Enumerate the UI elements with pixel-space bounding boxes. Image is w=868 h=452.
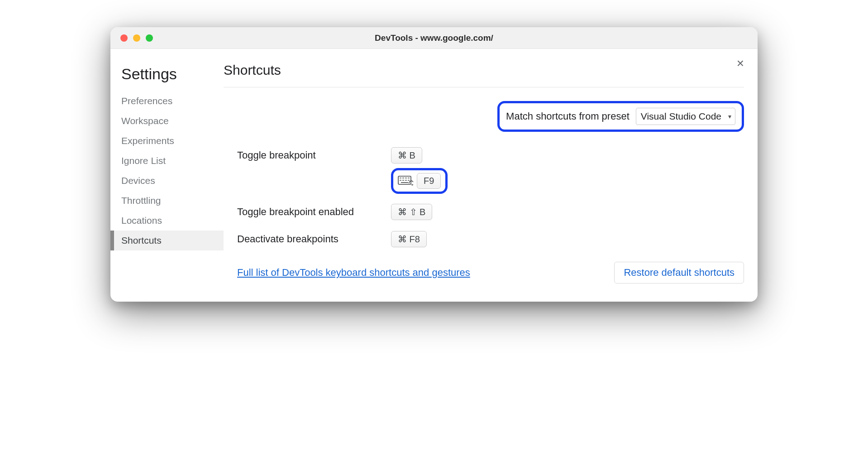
kbd-cmd-b: ⌘ B: [391, 147, 422, 163]
shortcut-label: Toggle breakpoint: [237, 149, 391, 161]
preset-label: Match shortcuts from preset: [506, 111, 630, 122]
shortcut-row-toggle-breakpoint-extra: F9: [237, 168, 744, 194]
keyboard-reset-icon: [398, 175, 413, 187]
sidebar-item-ignore-list[interactable]: Ignore List: [110, 151, 224, 171]
kbd-cmd-shift-b: ⌘ ⇧ B: [391, 204, 432, 220]
kbd-cmd-f8: ⌘ F8: [391, 231, 427, 247]
full-shortcuts-link[interactable]: Full list of DevTools keyboard shortcuts…: [237, 267, 470, 279]
shortcuts-list: Toggle breakpoint ⌘ B: [224, 145, 744, 284]
close-icon[interactable]: ×: [737, 57, 744, 70]
preset-select-value: Visual Studio Code: [641, 111, 721, 122]
shortcut-row-toggle-breakpoint: Toggle breakpoint ⌘ B: [237, 145, 744, 165]
sidebar-item-workspace[interactable]: Workspace: [110, 111, 224, 131]
shortcut-row-deactivate-breakpoints: Deactivate breakpoints ⌘ F8: [237, 229, 744, 249]
preset-highlight-box: Match shortcuts from preset Visual Studi…: [497, 101, 744, 132]
shortcut-label: Toggle breakpoint enabled: [237, 206, 391, 218]
shortcut-label: Deactivate breakpoints: [237, 233, 391, 245]
sidebar-item-locations[interactable]: Locations: [110, 211, 224, 231]
kbd-f9: F9: [417, 173, 441, 189]
sidebar-item-throttling[interactable]: Throttling: [110, 191, 224, 211]
settings-content: × Settings Preferences Workspace Experim…: [110, 49, 758, 302]
window-title: DevTools - www.google.com/: [110, 33, 758, 43]
sidebar-item-preferences[interactable]: Preferences: [110, 91, 224, 111]
sidebar-item-shortcuts[interactable]: Shortcuts: [110, 231, 224, 250]
sidebar-title: Settings: [110, 65, 224, 83]
page-title: Shortcuts: [224, 63, 744, 87]
shortcut-row-toggle-breakpoint-enabled: Toggle breakpoint enabled ⌘ ⇧ B: [237, 202, 744, 222]
preset-select[interactable]: Visual Studio Code: [636, 108, 735, 125]
settings-main: Shortcuts Match shortcuts from preset Vi…: [224, 63, 758, 284]
restore-defaults-button[interactable]: Restore default shortcuts: [614, 262, 744, 284]
settings-sidebar: Settings Preferences Workspace Experimen…: [110, 63, 224, 284]
devtools-settings-window: DevTools - www.google.com/ × Settings Pr…: [110, 27, 758, 302]
footer-row: Full list of DevTools keyboard shortcuts…: [237, 262, 744, 284]
sidebar-item-experiments[interactable]: Experiments: [110, 131, 224, 151]
sidebar-item-devices[interactable]: Devices: [110, 171, 224, 191]
f9-highlight-box: F9: [391, 168, 448, 194]
window-titlebar: DevTools - www.google.com/: [110, 27, 758, 49]
